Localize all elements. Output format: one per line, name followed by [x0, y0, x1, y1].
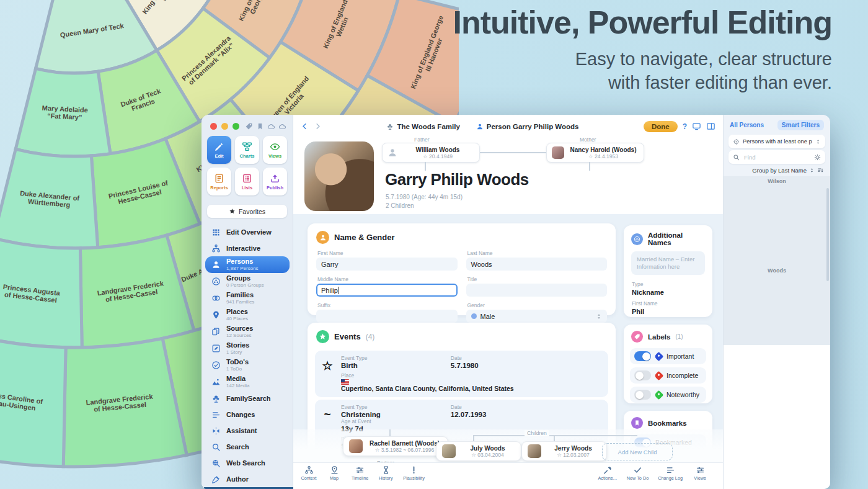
partner-card[interactable]: Rachel Barnett (Woods) ☆ 3.5.1982 ~ 06.0… [343, 436, 448, 456]
toolbar-label: Context [301, 475, 316, 481]
bookmark-icon[interactable] [256, 122, 264, 130]
sidebar-nav-item[interactable]: Sources 12 Sources [205, 323, 290, 340]
cloud-icon[interactable] [267, 122, 275, 130]
presentation-icon[interactable] [692, 122, 701, 131]
event-place: Cupertino, Santa Clara County, Californi… [341, 379, 602, 392]
person-group-header [724, 206, 830, 216]
mode-button[interactable]: Reports [207, 168, 231, 195]
sidebar-nav-item[interactable]: Edit Overview [205, 224, 290, 240]
gender-select[interactable]: Male [466, 310, 608, 323]
child-card[interactable]: Jerry Woods ☆ 12.03.2007 [521, 441, 607, 461]
middle-name-field[interactable]: Philip [316, 284, 458, 297]
favorites-button[interactable]: Favorites [207, 205, 287, 218]
mode-button[interactable]: Views [263, 136, 287, 164]
person-card-icon [316, 231, 329, 244]
mode-button[interactable]: Lists [235, 168, 259, 195]
toolbar-button[interactable]: Actions… [598, 465, 617, 481]
mode-button[interactable]: Edit [207, 136, 231, 164]
person-group-header [724, 305, 830, 315]
toolbar-button[interactable]: Context [301, 465, 317, 481]
label-toggle[interactable] [634, 390, 651, 400]
person-group-header [724, 285, 830, 295]
label-row: Important [630, 348, 706, 364]
last-name-field[interactable]: Woods [466, 258, 608, 271]
nav-label: FamilySearch [226, 395, 271, 402]
window-controls[interactable] [210, 123, 239, 130]
nickname-value[interactable]: Phil [632, 308, 704, 315]
toolbar-button[interactable]: New To Do [627, 465, 649, 481]
scrollbar[interactable] [826, 188, 829, 281]
smart-filter-select[interactable]: Persons with at least one p… [728, 135, 825, 148]
nav-icon [211, 475, 221, 484]
tag-icon[interactable] [245, 122, 253, 130]
toolbar-button[interactable]: Views [692, 465, 708, 481]
sidebar-nav-item[interactable]: Changes [205, 406, 290, 423]
toolbar-button[interactable]: Plausibility [403, 465, 424, 481]
first-name-field[interactable]: Garry [316, 258, 458, 271]
sidebar-nav-item[interactable]: Search [205, 439, 290, 455]
tab-smart-filters[interactable]: Smart Filters [777, 120, 824, 130]
tab-all-persons[interactable]: All Persons [730, 122, 764, 128]
person-group-header: Woods [724, 266, 830, 276]
title-field[interactable] [466, 284, 608, 297]
find-input[interactable] [743, 153, 811, 161]
sidebar-nav-item[interactable]: FamilySearch [205, 390, 290, 406]
person-group-header [724, 295, 830, 305]
sidebar-nav-item[interactable]: Families 941 Families [205, 290, 290, 307]
toolbar-button[interactable]: History [378, 465, 394, 481]
nav-icon [211, 442, 221, 452]
sidebar-nav-item[interactable]: ToDo's 1 ToDo [205, 357, 290, 374]
sidebar-toggle-icon[interactable] [706, 122, 715, 131]
married-name-placeholder[interactable]: Married Name – Enter Information here [631, 251, 705, 275]
sidebar-nav-item[interactable]: Interactive [205, 240, 290, 256]
find-field[interactable] [728, 150, 825, 164]
sidebar-nav-item[interactable]: Assistant [205, 423, 290, 439]
bottom-toolbar-right: Actions… New To Do Change Log Vi [598, 465, 708, 481]
suffix-field[interactable] [316, 310, 458, 323]
help-button[interactable]: ? [683, 122, 687, 131]
nav-label: Sources [226, 325, 253, 332]
group-by-control[interactable]: Group by Last Name [730, 167, 824, 174]
father-card[interactable]: William Woods ☆ 20.4.1949 [382, 143, 480, 163]
sidebar-nav-item[interactable]: Media 142 Media [205, 374, 290, 390]
cloud-sync-icon[interactable] [278, 122, 286, 130]
child-card[interactable]: July Woods ☆ 03.04.2004 [436, 441, 521, 461]
breadcrumb-family[interactable]: The Woods Family [386, 123, 459, 130]
close-window-button[interactable] [210, 123, 217, 130]
forward-button[interactable] [314, 122, 322, 130]
nav-icon [211, 244, 221, 253]
mode-button[interactable]: Charts [235, 136, 259, 164]
child-stub [473, 435, 474, 441]
minimize-window-button[interactable] [221, 123, 228, 130]
sidebar-nav-item[interactable]: Web Search [205, 455, 290, 471]
toolbar-icon [633, 465, 642, 475]
event-type: Christening [341, 411, 451, 418]
toolbar-icon [696, 465, 705, 475]
person-photo[interactable] [304, 141, 374, 211]
toolbar-button[interactable]: Map [326, 465, 342, 481]
breadcrumb-person[interactable]: Person Garry Philip Woods [476, 123, 579, 130]
toolbar-button[interactable]: Change Log [658, 465, 683, 481]
gear-icon[interactable] [814, 154, 821, 161]
sidebar-nav-item[interactable]: Groups 0 Person Groups [205, 273, 290, 290]
label-toggle[interactable] [634, 370, 651, 380]
sidebar-nav-item[interactable]: Places 40 Places [205, 307, 290, 323]
labels-card: Labels (1) Important [624, 325, 712, 403]
sidebar-nav-item[interactable]: Stories 1 Story [205, 340, 290, 357]
additional-names-icon [631, 233, 643, 245]
person-group-header [724, 335, 830, 345]
label-toggle[interactable] [634, 351, 651, 361]
event-row[interactable]: ☆ Event Type Birth Date 5.7.1980 Age at … [315, 351, 608, 397]
zoom-window-button[interactable] [232, 123, 239, 130]
sidebar-nav-item[interactable]: Author [205, 471, 290, 487]
done-button[interactable]: Done [644, 121, 678, 132]
name-type-value[interactable]: Nickname [632, 289, 704, 296]
mother-card[interactable]: Nancy Harold (Woods) ☆ 24.4.1953 [546, 143, 644, 163]
sidebar-nav-item[interactable]: Persons 1,987 Persons [205, 256, 290, 273]
toolbar-button[interactable]: Timeline [352, 465, 368, 481]
nav-icon [211, 377, 221, 387]
back-button[interactable] [301, 122, 309, 130]
nav-label: Persons [226, 258, 259, 265]
mode-button[interactable]: Publish [263, 168, 287, 195]
add-new-child-button[interactable]: Add New Child [602, 443, 673, 460]
